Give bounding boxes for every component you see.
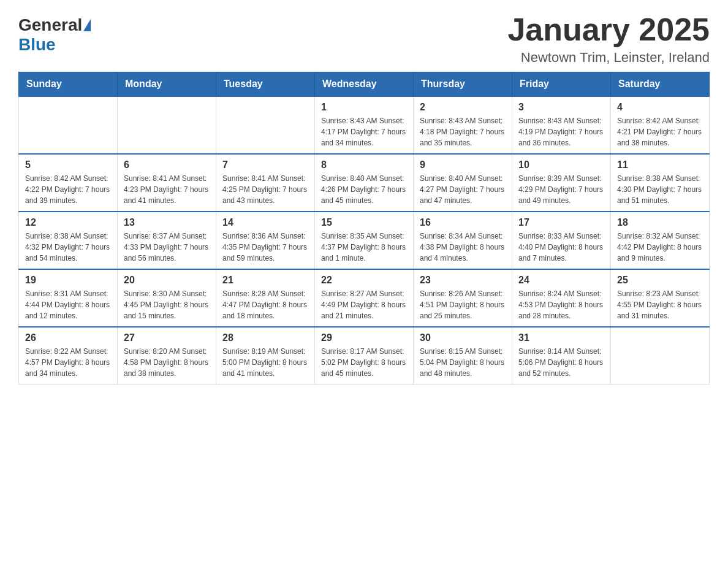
day-info: Sunrise: 8:23 AM Sunset: 4:55 PM Dayligh… — [617, 288, 703, 321]
day-number: 4 — [617, 102, 703, 113]
day-info: Sunrise: 8:22 AM Sunset: 4:57 PM Dayligh… — [25, 346, 111, 379]
calendar-cell: 23Sunrise: 8:26 AM Sunset: 4:51 PM Dayli… — [414, 269, 512, 327]
day-info: Sunrise: 8:32 AM Sunset: 4:42 PM Dayligh… — [617, 231, 703, 264]
day-info: Sunrise: 8:40 AM Sunset: 4:27 PM Dayligh… — [420, 173, 506, 206]
header-monday: Monday — [118, 72, 216, 97]
day-number: 3 — [518, 102, 604, 113]
calendar-cell — [19, 96, 118, 154]
day-number: 2 — [420, 102, 506, 113]
day-number: 16 — [420, 217, 506, 228]
day-info: Sunrise: 8:17 AM Sunset: 5:02 PM Dayligh… — [321, 346, 407, 379]
calendar-cell: 6Sunrise: 8:41 AM Sunset: 4:23 PM Daylig… — [118, 154, 216, 212]
week-row-3: 12Sunrise: 8:38 AM Sunset: 4:32 PM Dayli… — [19, 212, 710, 269]
day-number: 17 — [518, 217, 604, 228]
day-number: 20 — [124, 275, 210, 286]
calendar-cell: 17Sunrise: 8:33 AM Sunset: 4:40 PM Dayli… — [512, 212, 611, 269]
day-info: Sunrise: 8:39 AM Sunset: 4:29 PM Dayligh… — [518, 173, 604, 206]
logo: General Blue — [18, 12, 91, 55]
header-sunday: Sunday — [19, 72, 118, 97]
calendar-cell: 12Sunrise: 8:38 AM Sunset: 4:32 PM Dayli… — [19, 212, 118, 269]
title-section: January 2025 Newtown Trim, Leinster, Ire… — [507, 12, 710, 66]
day-info: Sunrise: 8:27 AM Sunset: 4:49 PM Dayligh… — [321, 288, 407, 321]
day-number: 21 — [222, 275, 308, 286]
calendar-cell: 4Sunrise: 8:42 AM Sunset: 4:21 PM Daylig… — [611, 96, 710, 154]
calendar-cell: 11Sunrise: 8:38 AM Sunset: 4:30 PM Dayli… — [611, 154, 710, 212]
day-info: Sunrise: 8:20 AM Sunset: 4:58 PM Dayligh… — [124, 346, 210, 379]
calendar-cell: 26Sunrise: 8:22 AM Sunset: 4:57 PM Dayli… — [19, 327, 118, 385]
calendar-cell: 5Sunrise: 8:42 AM Sunset: 4:22 PM Daylig… — [19, 154, 118, 212]
calendar-cell: 3Sunrise: 8:43 AM Sunset: 4:19 PM Daylig… — [512, 96, 611, 154]
day-number: 6 — [124, 159, 210, 170]
calendar-cell: 27Sunrise: 8:20 AM Sunset: 4:58 PM Dayli… — [118, 327, 216, 385]
day-info: Sunrise: 8:38 AM Sunset: 4:30 PM Dayligh… — [617, 173, 703, 206]
week-row-4: 19Sunrise: 8:31 AM Sunset: 4:44 PM Dayli… — [19, 269, 710, 327]
logo-blue-text: Blue — [18, 35, 56, 55]
day-number: 31 — [518, 332, 604, 343]
day-info: Sunrise: 8:42 AM Sunset: 4:21 PM Dayligh… — [617, 115, 703, 148]
day-info: Sunrise: 8:30 AM Sunset: 4:45 PM Dayligh… — [124, 288, 210, 321]
calendar-cell — [216, 96, 315, 154]
calendar-cell — [611, 327, 710, 385]
day-info: Sunrise: 8:26 AM Sunset: 4:51 PM Dayligh… — [420, 288, 506, 321]
calendar-cell: 20Sunrise: 8:30 AM Sunset: 4:45 PM Dayli… — [118, 269, 216, 327]
day-number: 12 — [25, 217, 111, 228]
calendar-cell: 13Sunrise: 8:37 AM Sunset: 4:33 PM Dayli… — [118, 212, 216, 269]
day-info: Sunrise: 8:43 AM Sunset: 4:18 PM Dayligh… — [420, 115, 506, 148]
day-number: 27 — [124, 332, 210, 343]
calendar-cell: 8Sunrise: 8:40 AM Sunset: 4:26 PM Daylig… — [315, 154, 414, 212]
header-tuesday: Tuesday — [216, 72, 315, 97]
day-info: Sunrise: 8:41 AM Sunset: 4:25 PM Dayligh… — [222, 173, 308, 206]
day-number: 9 — [420, 159, 506, 170]
calendar-subtitle: Newtown Trim, Leinster, Ireland — [507, 50, 710, 66]
calendar-cell: 10Sunrise: 8:39 AM Sunset: 4:29 PM Dayli… — [512, 154, 611, 212]
day-number: 11 — [617, 159, 703, 170]
day-number: 7 — [222, 159, 308, 170]
calendar-cell: 31Sunrise: 8:14 AM Sunset: 5:06 PM Dayli… — [512, 327, 611, 385]
day-number: 1 — [321, 102, 407, 113]
day-number: 5 — [25, 159, 111, 170]
day-info: Sunrise: 8:15 AM Sunset: 5:04 PM Dayligh… — [420, 346, 506, 379]
week-row-2: 5Sunrise: 8:42 AM Sunset: 4:22 PM Daylig… — [19, 154, 710, 212]
calendar-cell: 21Sunrise: 8:28 AM Sunset: 4:47 PM Dayli… — [216, 269, 315, 327]
day-info: Sunrise: 8:38 AM Sunset: 4:32 PM Dayligh… — [25, 231, 111, 264]
day-info: Sunrise: 8:40 AM Sunset: 4:26 PM Dayligh… — [321, 173, 407, 206]
calendar-cell: 1Sunrise: 8:43 AM Sunset: 4:17 PM Daylig… — [315, 96, 414, 154]
day-number: 28 — [222, 332, 308, 343]
calendar-cell: 24Sunrise: 8:24 AM Sunset: 4:53 PM Dayli… — [512, 269, 611, 327]
day-number: 18 — [617, 217, 703, 228]
days-of-week-row: SundayMondayTuesdayWednesdayThursdayFrid… — [19, 72, 710, 97]
header-friday: Friday — [512, 72, 611, 97]
logo-general-text: General — [18, 15, 82, 35]
calendar-cell: 9Sunrise: 8:40 AM Sunset: 4:27 PM Daylig… — [414, 154, 512, 212]
calendar-cell: 28Sunrise: 8:19 AM Sunset: 5:00 PM Dayli… — [216, 327, 315, 385]
calendar-cell: 2Sunrise: 8:43 AM Sunset: 4:18 PM Daylig… — [414, 96, 512, 154]
day-number: 30 — [420, 332, 506, 343]
calendar-cell: 25Sunrise: 8:23 AM Sunset: 4:55 PM Dayli… — [611, 269, 710, 327]
day-info: Sunrise: 8:37 AM Sunset: 4:33 PM Dayligh… — [124, 231, 210, 264]
calendar-cell: 14Sunrise: 8:36 AM Sunset: 4:35 PM Dayli… — [216, 212, 315, 269]
day-number: 29 — [321, 332, 407, 343]
calendar-header: SundayMondayTuesdayWednesdayThursdayFrid… — [19, 72, 710, 97]
day-info: Sunrise: 8:36 AM Sunset: 4:35 PM Dayligh… — [222, 231, 308, 264]
header-thursday: Thursday — [414, 72, 512, 97]
calendar-cell: 18Sunrise: 8:32 AM Sunset: 4:42 PM Dayli… — [611, 212, 710, 269]
day-info: Sunrise: 8:43 AM Sunset: 4:19 PM Dayligh… — [518, 115, 604, 148]
day-info: Sunrise: 8:34 AM Sunset: 4:38 PM Dayligh… — [420, 231, 506, 264]
calendar-cell: 30Sunrise: 8:15 AM Sunset: 5:04 PM Dayli… — [414, 327, 512, 385]
page-header: General Blue January 2025 Newtown Trim, … — [18, 12, 710, 66]
day-number: 25 — [617, 275, 703, 286]
day-info: Sunrise: 8:28 AM Sunset: 4:47 PM Dayligh… — [222, 288, 308, 321]
day-info: Sunrise: 8:42 AM Sunset: 4:22 PM Dayligh… — [25, 173, 111, 206]
day-number: 13 — [124, 217, 210, 228]
week-row-5: 26Sunrise: 8:22 AM Sunset: 4:57 PM Dayli… — [19, 327, 710, 385]
calendar-cell: 15Sunrise: 8:35 AM Sunset: 4:37 PM Dayli… — [315, 212, 414, 269]
week-row-1: 1Sunrise: 8:43 AM Sunset: 4:17 PM Daylig… — [19, 96, 710, 154]
day-number: 19 — [25, 275, 111, 286]
day-number: 8 — [321, 159, 407, 170]
day-number: 14 — [222, 217, 308, 228]
calendar-cell — [118, 96, 216, 154]
day-info: Sunrise: 8:14 AM Sunset: 5:06 PM Dayligh… — [518, 346, 604, 379]
calendar-cell: 7Sunrise: 8:41 AM Sunset: 4:25 PM Daylig… — [216, 154, 315, 212]
calendar-cell: 29Sunrise: 8:17 AM Sunset: 5:02 PM Dayli… — [315, 327, 414, 385]
calendar-body: 1Sunrise: 8:43 AM Sunset: 4:17 PM Daylig… — [19, 96, 710, 385]
